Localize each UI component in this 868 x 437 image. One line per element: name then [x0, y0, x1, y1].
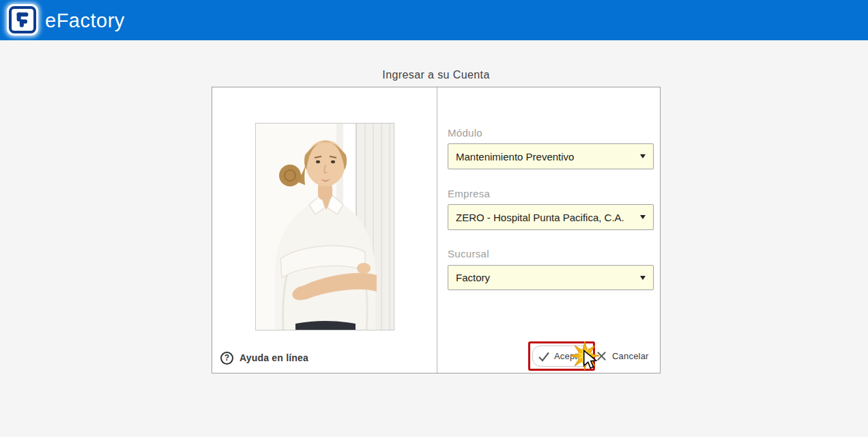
woman-photo — [255, 123, 394, 330]
accept-label: Aceptar — [554, 351, 585, 361]
efactory-f-logo — [7, 4, 38, 36]
x-icon — [596, 350, 607, 362]
accept-button[interactable]: Aceptar — [532, 346, 591, 367]
help-link[interactable]: ? Ayuda en línea — [220, 349, 308, 367]
card-divider — [437, 87, 437, 373]
modulo-select[interactable]: Mantenimiento Preventivo — [448, 143, 654, 169]
empresa-label: Empresa — [448, 188, 490, 199]
help-label: Ayuda en línea — [240, 352, 308, 363]
efactory-f-glyph — [9, 6, 36, 33]
cancel-button[interactable]: Cancelar — [596, 346, 649, 367]
cancel-label: Cancelar — [612, 351, 649, 361]
app-title: eFactory — [45, 9, 125, 31]
question-circle-icon: ? — [220, 352, 233, 365]
sucursal-label: Sucursal — [448, 248, 489, 259]
sucursal-select[interactable]: Factory — [448, 265, 654, 290]
check-icon — [538, 351, 550, 362]
chevron-down-icon — [640, 215, 646, 219]
sucursal-value: Factory — [456, 272, 636, 283]
login-page: eFactory Ingresar a su Cuenta — [0, 0, 868, 437]
app-header: eFactory — [0, 0, 868, 40]
chevron-down-icon — [640, 154, 646, 158]
empresa-select[interactable]: ZERO - Hospital Punta Pacifica, C.A. — [448, 204, 654, 230]
login-card: ? Ayuda en línea Módulo Mantenimiento Pr… — [212, 87, 661, 373]
modulo-value: Mantenimiento Preventivo — [456, 151, 636, 163]
empresa-value: ZERO - Hospital Punta Pacifica, C.A. — [456, 212, 636, 223]
modulo-label: Módulo — [448, 127, 482, 139]
chevron-down-icon — [640, 276, 646, 280]
page-title: Ingresar a su Cuenta — [212, 69, 661, 81]
